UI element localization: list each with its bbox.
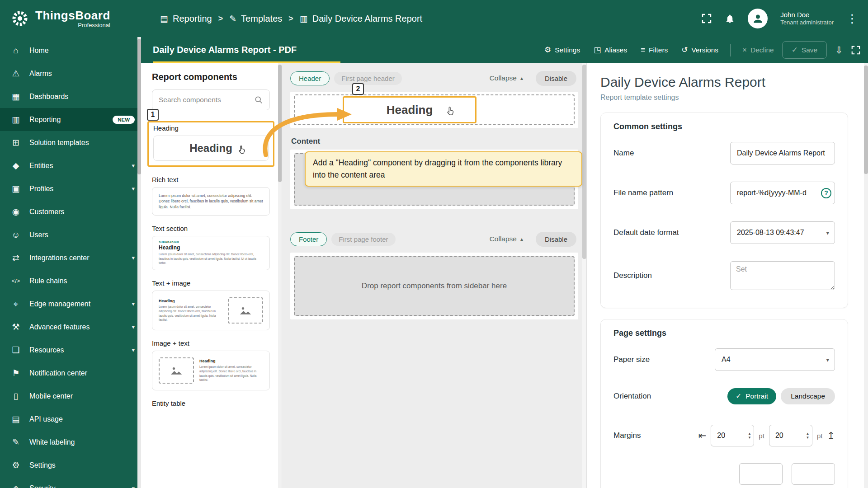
gear-icon: ⚙	[544, 45, 551, 55]
sidebar-item-api-usage[interactable]: ▤API usage	[0, 408, 141, 431]
save-button[interactable]: ✓Save	[782, 41, 827, 59]
footer-collapse-button[interactable]: Collapse▴	[490, 235, 523, 243]
hand-cursor-icon	[446, 105, 456, 117]
preview-heading: Heading	[159, 244, 263, 251]
header-chip[interactable]: Header	[290, 71, 330, 85]
landscape-toggle[interactable]: Landscape	[781, 388, 835, 404]
help-icon[interactable]: ?	[821, 188, 831, 198]
breadcrumb-reporting[interactable]: ▤ Reporting	[160, 14, 212, 24]
preview-text: Lorem ipsum dolor sit amet, consectetur …	[159, 305, 222, 322]
header-disable-button[interactable]: Disable	[536, 71, 576, 86]
stepper-down-icon[interactable]: ▾	[749, 436, 751, 440]
image-placeholder-icon	[159, 357, 194, 384]
text-image-component-card[interactable]: Heading Lorem ipsum dolor sit amet, cons…	[152, 291, 270, 330]
sidebar-item-customers[interactable]: ◉Customers	[0, 200, 141, 223]
component-image-text[interactable]: Image + text Heading Lorem ipsum dolor s…	[152, 339, 270, 390]
stepper-down-icon[interactable]: ▾	[807, 436, 809, 440]
sidebar-item-security[interactable]: ◈Security▾	[0, 477, 141, 488]
sidebar-item-reporting[interactable]: ▥ReportingNEW	[0, 108, 141, 131]
avatar[interactable]	[748, 9, 768, 28]
sidebar-item-settings[interactable]: ⚙Settings	[0, 454, 141, 477]
components-scrollbar-track	[278, 63, 282, 488]
component-text-image[interactable]: Text + image Heading Lorem ipsum dolor s…	[152, 279, 270, 330]
portrait-toggle[interactable]: ✓Portrait	[727, 388, 776, 404]
report-icon: ▥	[300, 14, 308, 24]
export-report-button[interactable]: ⇩	[830, 41, 848, 59]
rich-text-component-card[interactable]: Lorem ipsum dolor sit amet, consectetur …	[152, 187, 270, 216]
decline-button[interactable]: ×Decline	[737, 42, 779, 58]
sidebar-item-advanced-features[interactable]: ⚒Advanced features▾	[0, 315, 141, 338]
first-page-header-chip[interactable]: First page header	[334, 72, 402, 85]
settings-button[interactable]: ⚙Settings	[539, 42, 585, 58]
sidebar-item-integrations-center[interactable]: ⇄Integrations center▾	[0, 246, 141, 269]
fullscreen-button[interactable]	[701, 13, 712, 24]
settings-title: Daily Device Alarms Report	[600, 75, 848, 90]
sidebar-item-edge-management[interactable]: ⌖Edge management▾	[0, 292, 141, 315]
sidebar-item-home[interactable]: ⌂Home	[0, 39, 141, 62]
chevron-down-icon: ▾	[826, 230, 829, 236]
topbar: ThingsBoard Professional ▤ Reporting > ✎…	[0, 0, 868, 37]
reporting-icon: ▤	[160, 14, 168, 24]
text-section-component-card[interactable]: SUBHEADING Heading Lorem ipsum dolor sit…	[152, 236, 270, 270]
header-drop-area[interactable]: 2 Heading	[294, 94, 575, 125]
component-entity-table[interactable]: Entity table	[152, 399, 270, 407]
sidebar-item-rule-chains[interactable]: </>Rule chains	[0, 269, 141, 292]
sidebar-item-users[interactable]: ☺Users	[0, 223, 141, 246]
margin-right-input[interactable]	[775, 432, 807, 440]
alarms-icon: ⚠	[10, 68, 22, 79]
sidebar-item-solution-templates[interactable]: ⊞Solution templates	[0, 131, 141, 154]
component-text-section[interactable]: Text section SUBHEADING Heading Lorem ip…	[152, 225, 270, 270]
component-heading[interactable]: 1 Heading Heading	[147, 121, 274, 167]
sidebar-item-entities[interactable]: ◆Entities▾	[0, 154, 141, 177]
step-1-marker: 1	[147, 109, 159, 121]
footer-drop-area[interactable]: Drop report components from sidebar here	[294, 256, 575, 316]
versions-button[interactable]: ↺Versions	[676, 42, 724, 58]
paper-size-select[interactable]: ▾	[715, 348, 835, 371]
aliases-button[interactable]: ◳Aliases	[588, 42, 632, 58]
margin-extra-input[interactable]	[798, 470, 831, 478]
margin-bottom-input[interactable]	[745, 470, 779, 478]
chevron-down-icon: ▾	[132, 324, 135, 330]
image-text-component-card[interactable]: Heading Lorem ipsum dolor sit amet, cons…	[152, 351, 270, 390]
editor-fullscreen-button[interactable]	[851, 45, 861, 55]
component-rich-text[interactable]: Rich text Lorem ipsum dolor sit amet, co…	[152, 176, 270, 216]
page-scrollbar-thumb[interactable]	[864, 66, 868, 174]
edge-management-icon: ⌖	[10, 299, 22, 309]
sidebar-item-resources[interactable]: ❏Resources▾	[0, 338, 141, 361]
first-page-footer-chip[interactable]: First page footer	[331, 233, 395, 246]
name-input[interactable]	[737, 149, 828, 157]
breadcrumb: ▤ Reporting > ✎ Templates > ▥ Daily Devi…	[160, 14, 422, 24]
sidebar-item-mobile-center[interactable]: ▯Mobile center	[0, 385, 141, 408]
chevron-down-icon: ▾	[132, 347, 135, 353]
component-label: Image + text	[152, 339, 270, 347]
sidebar-item-dashboards[interactable]: ▦Dashboards	[0, 85, 141, 108]
sidebar-item-white-labeling[interactable]: ✎White labeling	[0, 431, 141, 454]
sidebar-item-alarms[interactable]: ⚠Alarms	[0, 62, 141, 85]
dropped-heading-component[interactable]: 2 Heading	[343, 96, 476, 123]
editor-scrollbar-thumb[interactable]	[582, 65, 586, 259]
file-pattern-input[interactable]	[737, 189, 818, 197]
description-textarea[interactable]	[730, 261, 835, 290]
orientation-field-row: Orientation ✓Portrait Landscape	[613, 380, 835, 413]
heading-component-card[interactable]: Heading	[153, 136, 269, 161]
filters-button[interactable]: ≡Filters	[635, 42, 673, 58]
unit-label: pt	[817, 432, 823, 440]
margin-left-input[interactable]	[717, 432, 748, 440]
paper-size-value[interactable]	[722, 356, 818, 364]
footer-disable-button[interactable]: Disable	[536, 232, 576, 247]
sidebar-item-notification-center[interactable]: ⚑Notification center	[0, 361, 141, 385]
sidebar-item-profiles[interactable]: ▣Profiles▾	[0, 177, 141, 200]
date-format-field[interactable]: ▾	[730, 221, 835, 244]
thingsboard-logo[interactable]: ThingsBoard Professional	[10, 9, 137, 28]
notifications-button[interactable]	[725, 13, 735, 24]
breadcrumb-templates[interactable]: ✎ Templates	[229, 14, 282, 24]
header-collapse-button[interactable]: Collapse▴	[490, 74, 523, 82]
more-menu-button[interactable]: ⋮	[846, 12, 858, 26]
breadcrumb-current-report[interactable]: ▥ Daily Device Alarms Report	[300, 14, 422, 24]
search-input[interactable]	[159, 96, 254, 104]
footer-chip[interactable]: Footer	[290, 232, 327, 246]
components-scrollbar-thumb[interactable]	[278, 65, 282, 182]
thingsboard-app: ThingsBoard Professional ▤ Reporting > ✎…	[0, 0, 868, 488]
date-format-input[interactable]	[737, 229, 818, 237]
sidebar-scrollbar-thumb[interactable]	[137, 39, 141, 174]
